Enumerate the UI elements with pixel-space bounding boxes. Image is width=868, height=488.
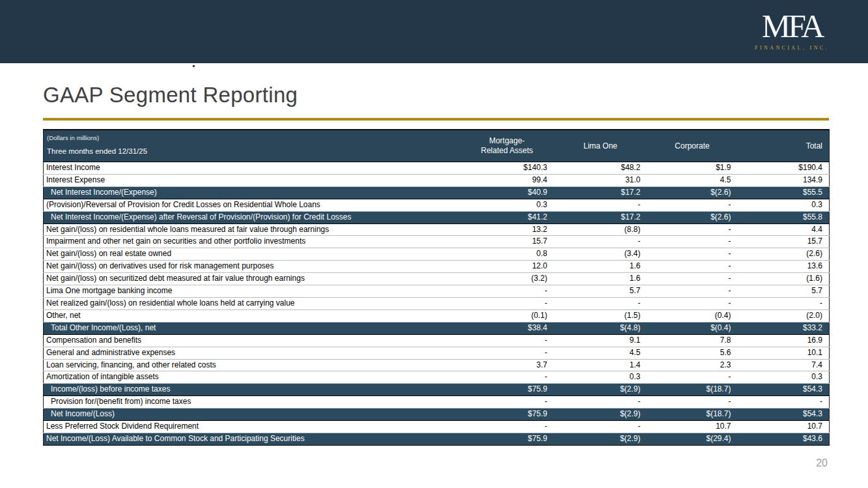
cell-value: $33.2 <box>738 322 830 334</box>
table-header: (Dollars in millions) Three months ended… <box>44 130 830 162</box>
row-label: Net realized gain/(loss) on residential … <box>44 297 460 309</box>
cell-value: - <box>460 347 554 359</box>
cell-value: - <box>647 199 738 211</box>
table-row: Loan servicing, financing, and other rel… <box>44 359 830 371</box>
cell-value: 31.0 <box>554 174 647 186</box>
cell-value: 3.7 <box>460 359 554 371</box>
cell-value: - <box>738 396 830 409</box>
gold-divider <box>43 118 829 121</box>
cell-value: $(18.7) <box>647 384 738 396</box>
cell-value: - <box>647 371 738 384</box>
cell-value: $54.3 <box>738 409 830 421</box>
cell-value: $(2.6) <box>647 186 738 199</box>
cell-value: 1.4 <box>554 359 647 371</box>
table-row: (Provision)/Reversal of Provision for Cr… <box>44 199 830 211</box>
cell-value: 16.9 <box>738 334 830 347</box>
cell-value: - <box>460 396 554 409</box>
cell-value: $75.9 <box>460 384 554 396</box>
cell-value: 99.4 <box>460 174 554 186</box>
table-row: Impairment and other net gain on securit… <box>44 236 830 248</box>
row-label: Provision for/(benefit from) income taxe… <box>44 396 460 409</box>
cell-value: - <box>554 297 647 309</box>
table-row: Net Interest Income/(Expense) after Reve… <box>44 211 830 223</box>
row-label: Less Preferred Stock Dividend Requiremen… <box>44 421 460 433</box>
cell-value: $54.3 <box>738 384 830 396</box>
cell-value: (2.6) <box>738 248 830 261</box>
table-row: Provision for/(benefit from) income taxe… <box>44 396 830 409</box>
cell-value: - <box>554 236 647 248</box>
cell-value: (0.4) <box>647 309 738 322</box>
page-number: 20 <box>816 457 828 469</box>
table-row: Net gain/(loss) on residential whole loa… <box>44 223 830 236</box>
mfa-logo-subtitle: FINANCIAL, INC. <box>755 45 829 51</box>
period-label: Three months ended 12/31/25 <box>44 141 460 155</box>
cell-value: $(18.7) <box>647 409 738 421</box>
stray-dot <box>193 65 195 67</box>
cell-value: 5.6 <box>647 347 738 359</box>
mfa-logo: MFA FINANCIAL, INC. <box>755 8 829 51</box>
cell-value: $43.6 <box>738 433 830 445</box>
row-label: Compensation and benefits <box>44 334 460 347</box>
cell-value: 5.7 <box>554 285 647 298</box>
table-row: Other, net(0.1)(1.5)(0.4)(2.0) <box>44 309 830 322</box>
cell-value: 4.4 <box>738 223 830 236</box>
row-label: Total Other Income/(Loss), net <box>44 322 460 334</box>
cell-value: $17.2 <box>554 186 647 199</box>
cell-value: 7.8 <box>647 334 738 347</box>
row-label: Net gain/(loss) on securitized debt meas… <box>44 273 460 285</box>
cell-value: $(0.4) <box>647 322 738 334</box>
cell-value: $75.9 <box>460 409 554 421</box>
table-row: Net Income/(Loss)$75.9$(2.9)$(18.7)$54.3 <box>44 409 830 421</box>
cell-value: $1.9 <box>647 162 738 175</box>
cell-value: (1.5) <box>554 309 647 322</box>
cell-value: - <box>647 261 738 273</box>
cell-value: - <box>647 396 738 409</box>
table-row: Net gain/(loss) on securitized debt meas… <box>44 273 830 285</box>
row-label: Net gain/(loss) on real estate owned <box>44 248 460 261</box>
row-label: Net Income/(Loss) <box>44 409 460 421</box>
cell-value: $190.4 <box>738 162 830 175</box>
cell-value: $38.4 <box>460 322 554 334</box>
row-label: Net gain/(loss) on derivatives used for … <box>44 261 460 273</box>
cell-value: 5.7 <box>738 285 830 298</box>
cell-value: - <box>647 297 738 309</box>
row-label: Net Interest Income/(Expense) <box>44 186 460 199</box>
column-header-corporate: Corporate <box>647 130 738 162</box>
row-label: Lima One mortgage banking income <box>44 285 460 298</box>
row-label: Interest Income <box>44 162 460 175</box>
page-title: GAAP Segment Reporting <box>43 83 298 108</box>
table-row: Income/(loss) before income taxes$75.9$(… <box>44 384 830 396</box>
cell-value: 1.6 <box>554 273 647 285</box>
cell-value: 0.3 <box>738 199 830 211</box>
cell-value: $55.5 <box>738 186 830 199</box>
cell-value: - <box>460 421 554 433</box>
row-label: Net Interest Income/(Expense) after Reve… <box>44 211 460 223</box>
column-header-total: Total <box>738 130 830 162</box>
cell-value: $75.9 <box>460 433 554 445</box>
table-body: Interest Income$140.3$48.2$1.9$190.4Inte… <box>44 162 830 446</box>
cell-value: $(2.9) <box>554 384 647 396</box>
cell-value: $(4.8) <box>554 322 647 334</box>
cell-value: $(2.6) <box>647 211 738 223</box>
cell-value: 0.8 <box>460 248 554 261</box>
cell-value: 0.3 <box>460 199 554 211</box>
table-row: Net Income/(Loss) Available to Common St… <box>44 433 830 445</box>
cell-value: 7.4 <box>738 359 830 371</box>
cell-value: - <box>554 199 647 211</box>
cell-value: (2.0) <box>738 309 830 322</box>
mfa-wordmark: MFA <box>755 8 829 44</box>
table-row: Interest Income$140.3$48.2$1.9$190.4 <box>44 162 830 175</box>
cell-value: (1.6) <box>738 273 830 285</box>
cell-value: - <box>738 297 830 309</box>
cell-value: - <box>460 297 554 309</box>
cell-value: $17.2 <box>554 211 647 223</box>
table-row: Lima One mortgage banking income-5.7-5.7 <box>44 285 830 298</box>
cell-value: $48.2 <box>554 162 647 175</box>
cell-value: $41.2 <box>460 211 554 223</box>
cell-value: $140.3 <box>460 162 554 175</box>
row-label: Income/(loss) before income taxes <box>44 384 460 396</box>
row-label: (Provision)/Reversal of Provision for Cr… <box>44 199 460 211</box>
table-row: Net gain/(loss) on real estate owned0.8(… <box>44 248 830 261</box>
cell-value: - <box>460 285 554 298</box>
cell-value: 13.6 <box>738 261 830 273</box>
